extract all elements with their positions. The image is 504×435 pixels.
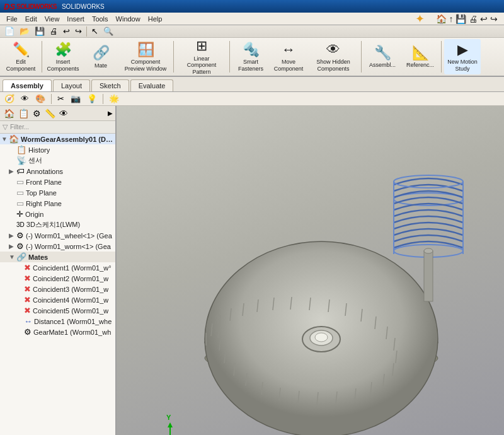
tree-coincident1[interactable]: ✖ Coincident1 (Worm01_w°: [0, 262, 115, 273]
main-area: 🏠 📋 ⚙ 📏 👁 ▶ ▽ Filter... ▼ 🏠 WormGearAsse…: [0, 106, 504, 435]
tree-right-plane[interactable]: ▭ Right Plane: [0, 198, 115, 209]
new-motion-study-btn[interactable]: ▶ New MotionStudy: [444, 39, 481, 74]
assembly-features-btn[interactable]: 🔧 Assembl...: [364, 39, 401, 74]
linear-pattern-btn[interactable]: ⊞ Linear Component Pattern: [176, 39, 227, 74]
reference-geometry-icon: 📐: [412, 45, 429, 61]
origin-icon: ✛: [16, 209, 23, 219]
reference-geometry-btn[interactable]: 📐 Referenc...: [402, 39, 438, 74]
sw-compass: ✦: [411, 11, 428, 27]
top-plane-icon: ▭: [16, 188, 24, 197]
menu-view[interactable]: View: [41, 14, 64, 24]
tree-worm-wheel[interactable]: ▶ ⚙ (-) Worm01_wheel<1> (Gea: [0, 230, 115, 241]
tree-sensor[interactable]: 📡 센서: [0, 155, 115, 166]
dim-xpert-icon[interactable]: 📏: [43, 107, 57, 120]
display-style-icon[interactable]: 🎨: [33, 93, 47, 104]
3d-viewport[interactable]: X Y Z: [117, 106, 504, 435]
feature-tree-sidebar: 🏠 📋 ⚙ 📏 👁 ▶ ▽ Filter... ▼ 🏠 WormGearAsse…: [0, 106, 117, 435]
insert-components-icon: 🧩: [55, 42, 72, 58]
gearmate1-icon: ⚙: [24, 327, 32, 337]
mate-btn[interactable]: 🔗 Mate: [83, 39, 119, 74]
lights-icon[interactable]: 💡: [85, 93, 99, 104]
tab-evaluate[interactable]: Evaluate: [130, 79, 174, 91]
worm-worm-icon: ⚙: [16, 241, 24, 251]
coincident3-label: Coincident3 (Worm01_w: [33, 286, 108, 293]
edit-component-btn[interactable]: ✏️ EditComponent: [3, 39, 39, 74]
assembly-features-label: Assembl...: [369, 62, 396, 69]
tree-distance1[interactable]: ↔ Distance1 (Worm01_whe: [0, 316, 115, 327]
mates-icon: 🔗: [16, 252, 26, 262]
camera-icon[interactable]: 📷: [69, 93, 83, 104]
sensor-icon: 📡: [16, 156, 26, 165]
menu-tools[interactable]: Tools: [88, 14, 112, 24]
move-component-btn[interactable]: ↔ MoveComponent: [270, 39, 307, 74]
hide-show-icon[interactable]: 👁: [19, 93, 31, 104]
configuration-manager-icon[interactable]: ⚙: [32, 107, 42, 120]
menu-edit[interactable]: Edit: [21, 14, 41, 24]
right-plane-icon: ▭: [16, 199, 24, 208]
tree-mates-section[interactable]: ▼ 🔗 Mates: [0, 252, 115, 262]
select-icon[interactable]: ↖: [89, 26, 100, 37]
3d-sketch-label: 3D스케치1(LWM): [26, 220, 80, 229]
mates-label: Mates: [28, 253, 48, 261]
worm-wheel-icon: ⚙: [16, 231, 24, 240]
redo-icon[interactable]: ↪: [73, 26, 84, 37]
show-hidden-btn[interactable]: 👁 Show HiddenComponents: [308, 39, 358, 74]
smart-fasteners-label: SmartFasteners: [238, 59, 263, 72]
smart-fasteners-btn[interactable]: 🔩 SmartFasteners: [232, 39, 269, 74]
coincident2-icon: ✖: [24, 274, 31, 283]
view-orientation-icon[interactable]: 🧭: [3, 93, 16, 104]
tree-top-plane[interactable]: ▭ Top Plane: [0, 187, 115, 198]
tree-gearmate1[interactable]: ⚙ GearMate1 (Worm01_wh: [0, 327, 115, 337]
tree-history[interactable]: 📋 History: [0, 144, 115, 155]
coincident4-label: Coincident4 (Worm01_w: [33, 296, 108, 304]
tree-3d-sketch[interactable]: 3D 3D스케치1(LWM): [0, 219, 115, 230]
tree-coincident2[interactable]: ✖ Coincident2 (Worm01_w: [0, 273, 115, 284]
zoom-icon[interactable]: 🔍: [101, 26, 115, 37]
tab-bar: Assembly Layout Sketch Evaluate: [0, 77, 504, 92]
secondary-toolbar: 🧭 👁 🎨 ✂ 📷 💡 🌟: [0, 92, 504, 106]
open-icon[interactable]: 📂: [18, 26, 32, 37]
section-view-icon[interactable]: ✂: [55, 93, 66, 104]
print-icon[interactable]: 🖨: [48, 26, 60, 37]
component-preview-btn[interactable]: 🪟 ComponentPreview Window: [120, 39, 171, 74]
tab-assembly[interactable]: Assembly: [3, 79, 52, 91]
sw-logo-text: SOLIDWORKS: [16, 3, 57, 10]
tree-origin[interactable]: ✛ Origin: [0, 209, 115, 219]
annotations-expand: ▶: [9, 168, 16, 175]
axes-arrows: X Y Z: [148, 414, 207, 435]
tree-front-plane[interactable]: ▭ Front Plane: [0, 177, 115, 187]
origin-label: Origin: [25, 211, 43, 218]
save-icon[interactable]: 💾: [33, 26, 47, 37]
annotations-label: Annotations: [26, 168, 63, 175]
tree-coincident3[interactable]: ✖ Coincident3 (Worm01_w: [0, 284, 115, 294]
expand-arrow[interactable]: ▶: [108, 110, 113, 117]
menu-file[interactable]: File: [3, 14, 21, 24]
tab-layout[interactable]: Layout: [53, 79, 90, 91]
linear-pattern-label: Linear Component Pattern: [178, 55, 225, 76]
render-icon[interactable]: 🌟: [107, 93, 121, 104]
svg-rect-41: [424, 251, 433, 301]
tree-root-assembly[interactable]: ▼ 🏠 WormGearAssembly01 (Defaul: [0, 134, 115, 144]
svg-marker-47: [168, 422, 173, 427]
tab-sketch[interactable]: Sketch: [91, 79, 129, 91]
coincident2-label: Coincident2 (Worm01_w: [33, 275, 108, 282]
tree-coincident5[interactable]: ✖ Coincident5 (Worm01_w: [0, 305, 115, 316]
property-manager-icon[interactable]: 📋: [17, 107, 30, 120]
tree-coincident4[interactable]: ✖ Coincident4 (Worm01_w: [0, 294, 115, 305]
tree-annotations[interactable]: ▶ 🏷 Annotations: [0, 166, 115, 177]
menu-help[interactable]: Help: [144, 14, 166, 24]
menu-window[interactable]: Window: [112, 14, 144, 24]
filter-bar: ▽ Filter...: [0, 121, 115, 134]
3d-sketch-icon: 3D: [16, 221, 25, 228]
assembly-features-icon: 🔧: [374, 45, 391, 61]
smart-fasteners-icon: 🔩: [243, 42, 260, 58]
menu-insert[interactable]: Insert: [63, 14, 88, 24]
insert-components-btn[interactable]: 🧩 InsertComponents: [45, 39, 81, 74]
display-manager-icon[interactable]: 👁: [58, 107, 69, 120]
tree-worm-worm[interactable]: ▶ ⚙ (-) Worm01_worm<1> (Gea: [0, 241, 115, 252]
new-icon[interactable]: 📄: [3, 26, 16, 37]
component-preview-label: ComponentPreview Window: [125, 59, 167, 72]
worm-wheel-expand: ▶: [9, 232, 16, 239]
undo-icon[interactable]: ↩: [61, 26, 72, 37]
feature-manager-icon[interactable]: 🏠: [3, 107, 16, 120]
